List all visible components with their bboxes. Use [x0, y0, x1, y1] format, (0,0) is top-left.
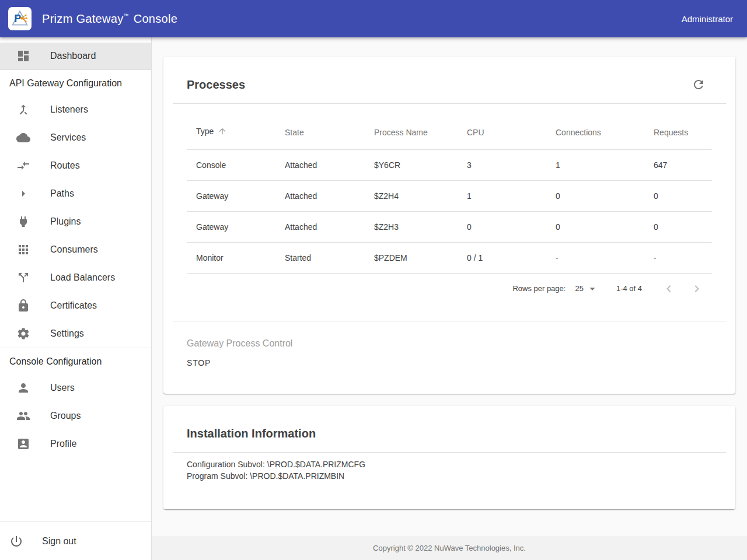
installation-card-title: Installation Information	[187, 427, 316, 440]
sidebar-section-heading: Console Configuration	[0, 348, 151, 374]
processes-table: TypeStateProcess NameCPUConnectionsReque…	[187, 116, 712, 274]
table-cell: $PZDEM	[365, 242, 458, 273]
rows-per-page-select[interactable]: 25	[575, 282, 598, 295]
table-cell: 3	[458, 149, 546, 180]
sidebar-nav: DashboardAPI Gateway ConfigurationListen…	[0, 37, 151, 458]
installation-information-card: Installation Information Configuration S…	[163, 406, 735, 509]
sign-out-label: Sign out	[42, 536, 76, 547]
power-icon	[9, 534, 23, 548]
previous-page-button[interactable]	[662, 282, 676, 296]
refresh-button[interactable]	[692, 78, 706, 92]
column-header-state[interactable]: State	[275, 116, 365, 149]
table-cell: 647	[644, 149, 712, 180]
sidebar-item-label: Load Balancers	[50, 272, 115, 283]
table-cell: -	[644, 242, 712, 273]
sidebar-item-label: Consumers	[50, 244, 98, 255]
sidebar-item-consumers[interactable]: Consumers	[0, 236, 151, 264]
footer: Copyright © 2022 NuWave Technologies, In…	[152, 536, 747, 560]
main-content: Processes TypeStateProcess NameCPUConnec…	[152, 37, 747, 560]
table-cell: 0	[644, 180, 712, 211]
sidebar-item-label: Groups	[50, 411, 81, 421]
table-cell: Attached	[275, 211, 365, 242]
divider	[173, 103, 726, 104]
table-cell: -	[546, 242, 644, 273]
dashboard-icon	[16, 49, 30, 63]
next-page-button[interactable]	[690, 282, 704, 296]
sidebar-item-certificates[interactable]: Certificates	[0, 292, 151, 320]
compare-arrows-icon	[16, 159, 30, 173]
trademark: ™	[124, 13, 129, 19]
table-cell: 0 / 1	[458, 242, 546, 273]
sort-ascending-icon	[218, 128, 227, 138]
lock-icon	[16, 299, 30, 313]
table-cell: Attached	[275, 149, 365, 180]
table-cell: Started	[275, 242, 365, 273]
sidebar-item-label: Listeners	[50, 104, 88, 115]
column-header-cpu[interactable]: CPU	[458, 116, 546, 149]
sidebar-item-load-balancers[interactable]: Load Balancers	[0, 264, 151, 292]
table-cell: $Z2H4	[365, 180, 458, 211]
sidebar-item-label: Dashboard	[50, 51, 96, 61]
sidebar-item-listeners[interactable]: Listeners	[0, 96, 151, 124]
person-icon	[16, 381, 30, 395]
sidebar-item-label: Users	[50, 383, 75, 393]
app-bar: P Prizm Gateway™ Console Administrator	[0, 0, 747, 37]
sidebar-item-dashboard[interactable]: Dashboard	[0, 43, 151, 69]
administrator-menu-button[interactable]: Administrator	[682, 14, 733, 24]
sidebar-item-paths[interactable]: Paths	[0, 180, 151, 208]
sign-out-button[interactable]: Sign out	[0, 522, 151, 560]
chevron-left-icon	[662, 282, 676, 296]
column-header-connections[interactable]: Connections	[546, 116, 644, 149]
table-cell: 1	[458, 180, 546, 211]
stop-button[interactable]: STOP	[182, 354, 215, 372]
table-cell: $Z2H3	[365, 211, 458, 242]
sidebar-item-label: Settings	[50, 328, 84, 339]
table-pagination: Rows per page: 25 1-4 of 4	[163, 274, 735, 304]
sidebar-item-routes[interactable]: Routes	[0, 152, 151, 180]
table-cell: 0	[644, 211, 712, 242]
column-header-requests[interactable]: Requests	[644, 116, 712, 149]
table-cell: Gateway	[187, 180, 275, 211]
column-header-type[interactable]: Type	[187, 116, 275, 149]
page-title: Prizm Gateway™ Console	[42, 12, 177, 26]
sidebar-item-label: Paths	[50, 188, 74, 199]
sidebar-item-users[interactable]: Users	[0, 374, 151, 402]
sidebar-item-label: Profile	[50, 439, 76, 449]
gateway-process-control-heading: Gateway Process Control	[187, 337, 712, 350]
arrow-right-icon	[16, 187, 30, 201]
rows-per-page-label: Rows per page:	[512, 284, 566, 293]
prizm-logo-icon: P	[10, 9, 30, 29]
svg-text:P: P	[14, 13, 21, 24]
people-icon	[16, 409, 30, 423]
table-row: ConsoleAttached$Y6CR31647	[187, 149, 712, 180]
table-cell: 1	[546, 149, 644, 180]
pagination-range: 1-4 of 4	[616, 284, 642, 293]
configuration-subvol-text: Configuration Subvol: \PROD.$DATA.PRIZMC…	[187, 459, 712, 470]
cloud-icon	[16, 131, 30, 145]
table-cell: $Y6CR	[365, 149, 458, 180]
account-box-icon	[16, 437, 30, 451]
plug-icon	[16, 215, 30, 229]
sidebar-item-label: Certificates	[50, 300, 97, 311]
table-row: MonitorStarted$PZDEM0 / 1--	[187, 242, 712, 273]
caret-down-icon	[586, 282, 599, 295]
table-cell: 0	[546, 180, 644, 211]
sidebar-item-groups[interactable]: Groups	[0, 402, 151, 430]
gateway-process-control: Gateway Process Control STOP	[163, 321, 735, 394]
processes-table-body: ConsoleAttached$Y6CR31647GatewayAttached…	[187, 149, 712, 273]
sidebar-item-services[interactable]: Services	[0, 124, 151, 152]
apps-grid-icon	[16, 243, 30, 257]
table-row: GatewayAttached$Z2H4100	[187, 180, 712, 211]
call-split-icon	[16, 271, 30, 285]
call-merge-icon	[16, 103, 30, 117]
sidebar-item-label: Routes	[50, 160, 80, 171]
chevron-right-icon	[690, 282, 704, 296]
prizm-logo: P	[8, 7, 32, 30]
processes-card-title: Processes	[187, 78, 245, 92]
sidebar-item-profile[interactable]: Profile	[0, 430, 151, 458]
column-header-process-name[interactable]: Process Name	[365, 116, 458, 149]
sidebar-item-plugins[interactable]: Plugins	[0, 208, 151, 236]
program-subvol-text: Program Subvol: \PROD.$DATA.PRIZMBIN	[187, 470, 712, 482]
sidebar-item-settings[interactable]: Settings	[0, 320, 151, 348]
table-cell: Attached	[275, 180, 365, 211]
